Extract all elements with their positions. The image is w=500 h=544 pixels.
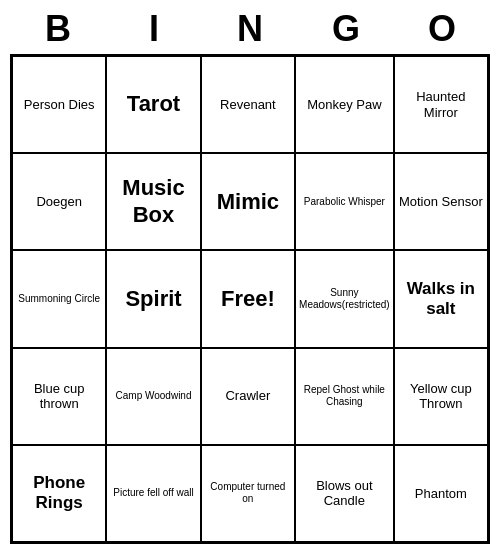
title-n: N (210, 8, 290, 50)
bingo-cell-24: Phantom (394, 445, 488, 542)
title-b: B (18, 8, 98, 50)
bingo-cell-6: Music Box (106, 153, 200, 250)
bingo-cell-23: Blows out Candle (295, 445, 394, 542)
bingo-cell-0: Person Dies (12, 56, 106, 153)
bingo-cell-21: Picture fell off wall (106, 445, 200, 542)
bingo-cell-17: Crawler (201, 348, 295, 445)
bingo-cell-15: Blue cup thrown (12, 348, 106, 445)
bingo-cell-3: Monkey Paw (295, 56, 394, 153)
bingo-title: B I N G O (10, 0, 490, 54)
title-o: O (402, 8, 482, 50)
bingo-cell-1: Tarot (106, 56, 200, 153)
bingo-cell-7: Mimic (201, 153, 295, 250)
bingo-cell-22: Computer turned on (201, 445, 295, 542)
bingo-cell-19: Yellow cup Thrown (394, 348, 488, 445)
bingo-cell-8: Parabolic Whisper (295, 153, 394, 250)
bingo-cell-9: Motion Sensor (394, 153, 488, 250)
bingo-cell-5: Doegen (12, 153, 106, 250)
bingo-cell-10: Summoning Circle (12, 250, 106, 347)
bingo-cell-2: Revenant (201, 56, 295, 153)
bingo-cell-16: Camp Woodwind (106, 348, 200, 445)
title-g: G (306, 8, 386, 50)
bingo-cell-4: Haunted Mirror (394, 56, 488, 153)
bingo-cell-12: Free! (201, 250, 295, 347)
bingo-grid: Person DiesTarotRevenantMonkey PawHaunte… (10, 54, 490, 544)
bingo-cell-11: Spirit (106, 250, 200, 347)
title-i: I (114, 8, 194, 50)
bingo-cell-18: Repel Ghost while Chasing (295, 348, 394, 445)
bingo-cell-13: Sunny Meadows(restricted) (295, 250, 394, 347)
bingo-cell-20: Phone Rings (12, 445, 106, 542)
bingo-cell-14: Walks in salt (394, 250, 488, 347)
